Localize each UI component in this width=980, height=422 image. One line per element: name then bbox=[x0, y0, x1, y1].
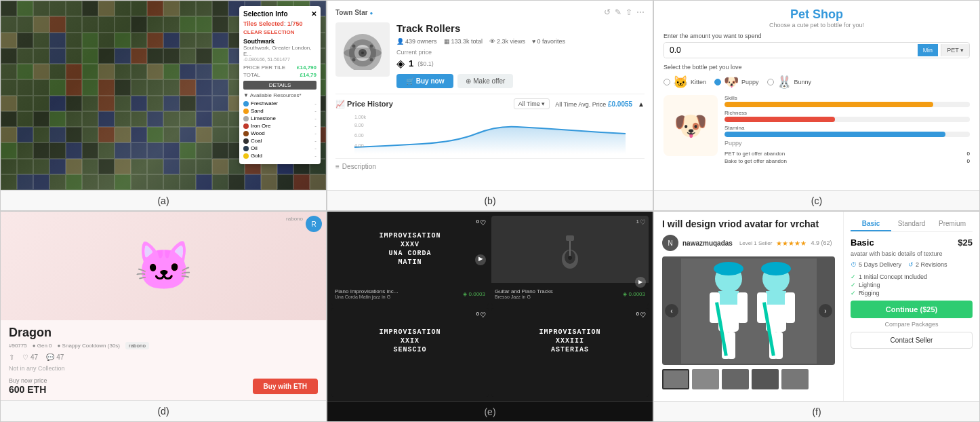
pet-option-puppy[interactable]: 🐶 Puppy bbox=[714, 75, 759, 90]
thumb-3[interactable] bbox=[722, 369, 749, 389]
richness-bar-fill bbox=[724, 117, 835, 122]
compare-packages-link[interactable]: Compare Packages bbox=[851, 321, 973, 328]
stamina-bar-track bbox=[724, 132, 970, 137]
tab-basic[interactable]: Basic bbox=[851, 217, 891, 231]
card1-price: ◈ 0.0003 bbox=[463, 291, 485, 297]
card3-image: ♡ 0 IMPROVISATIONXXIXSENSCIO bbox=[331, 308, 489, 375]
svg-rect-33 bbox=[775, 332, 783, 359]
play-button-2[interactable]: ▶ bbox=[635, 277, 646, 283]
more-icon[interactable]: ⋯ bbox=[636, 7, 645, 17]
nft-info: Dragon #90775 ● Gen 0 ● Snappy Cooldown … bbox=[1, 320, 326, 400]
product-image bbox=[335, 22, 390, 77]
clock-icon: ⏱ bbox=[851, 261, 857, 268]
pet-option-bunny[interactable]: 🐰 Bunny bbox=[767, 75, 812, 90]
eth-icon-2: ◈ bbox=[623, 291, 627, 297]
time-selector[interactable]: All Time ▾ bbox=[514, 98, 550, 109]
revisions-count: ↺ 2 Revisions bbox=[908, 261, 947, 268]
b-toolbar-icons: ↺ ✎ ⇧ ⋯ bbox=[604, 7, 645, 17]
stat-total: ▦133.3k total bbox=[444, 38, 483, 45]
svg-point-18 bbox=[568, 256, 572, 260]
coords: -0.080166, 51-501477 bbox=[243, 57, 317, 62]
refresh-icon[interactable]: ↺ bbox=[604, 7, 611, 17]
card2-bottom: Guitar and Piano Tracks Bresso Jazz in G… bbox=[491, 283, 649, 305]
music-card-4[interactable]: ♡ 0 IMPROVISATIONXXXIIIASTERIAS bbox=[491, 308, 649, 398]
card2-price: ◈ 0.0003 bbox=[623, 291, 645, 297]
check-icon-2: ✓ bbox=[851, 282, 856, 288]
seller-name[interactable]: nawazmuqadas bbox=[682, 239, 733, 247]
puppy-radio[interactable] bbox=[714, 79, 721, 85]
skills-bar-track bbox=[724, 102, 970, 107]
heart-icon-2: ♡ bbox=[640, 218, 646, 226]
tab-premium[interactable]: Premium bbox=[932, 217, 973, 231]
plan-header: Basic $25 bbox=[851, 237, 973, 248]
like-count: 47 bbox=[30, 353, 38, 361]
next-image-button[interactable]: › bbox=[819, 304, 832, 318]
kitten-radio[interactable] bbox=[663, 79, 670, 85]
nft-actions: ⇧ ♡ 47 💬 47 bbox=[9, 353, 318, 361]
plan-price: $25 bbox=[958, 237, 973, 248]
like-action[interactable]: ♡ 47 bbox=[22, 353, 38, 361]
min-button[interactable]: Min bbox=[918, 44, 939, 56]
bunny-radio[interactable] bbox=[767, 79, 774, 85]
cell-a-label: (a) bbox=[1, 190, 326, 210]
b-topbar: Town Star ● ↺ ✎ ⇧ ⋯ bbox=[335, 7, 645, 17]
card4-bottom bbox=[491, 375, 649, 397]
card3-text: IMPROVISATIONXXIXSENSCIO bbox=[372, 321, 447, 361]
close-icon[interactable]: ✕ bbox=[311, 10, 317, 18]
location-name: Southwark bbox=[243, 38, 317, 45]
current-price-label: Current price bbox=[396, 49, 645, 56]
buy-with-eth-button[interactable]: Buy with ETH bbox=[253, 379, 318, 394]
comment-action[interactable]: 💬 47 bbox=[46, 353, 64, 361]
pet-selector[interactable]: PET ▾ bbox=[941, 44, 969, 56]
buy-now-button[interactable]: 🛒 Buy now bbox=[396, 74, 453, 88]
avatar-preview-svg bbox=[681, 258, 817, 364]
price-chart: 1.00k 8.00 6.00 4.00 bbox=[335, 113, 645, 154]
cell-b-label: (b) bbox=[327, 190, 653, 210]
nft-id: #90775 bbox=[9, 343, 27, 349]
feature-2: ✓ Lighting bbox=[851, 282, 973, 288]
svg-point-7 bbox=[370, 45, 373, 48]
cell-b: Town Star ● ↺ ✎ ⇧ ⋯ bbox=[327, 0, 653, 211]
nft-cooldown: ● Snappy Cooldown (30s) bbox=[58, 343, 120, 349]
card2-subtitle: Bresso Jazz in G bbox=[495, 294, 553, 299]
store-name: Town Star ● bbox=[335, 9, 373, 16]
selection-panel: Selection Info ✕ Tiles Selected: 1/750 C… bbox=[239, 6, 321, 164]
nft-price-info: Buy now price 600 ETH bbox=[9, 377, 47, 395]
thumb-5[interactable] bbox=[781, 369, 809, 389]
share-icon[interactable]: ⇧ bbox=[626, 7, 632, 17]
cell-a: Selection Info ✕ Tiles Selected: 1/750 C… bbox=[0, 0, 327, 211]
card1-subtitle: Una Corda Matin jazz in G bbox=[335, 294, 398, 299]
cell-b-inner: Town Star ● ↺ ✎ ⇧ ⋯ bbox=[327, 1, 653, 190]
c-header: Pet Shop Choose a cute pet to bottle for… bbox=[663, 7, 970, 28]
thumb-2[interactable] bbox=[692, 369, 719, 389]
card2-title: Guitar and Piano Tracks bbox=[495, 288, 553, 294]
share-action[interactable]: ⇧ bbox=[9, 353, 14, 361]
resource-item: Coal- bbox=[243, 138, 317, 144]
comment-count: 47 bbox=[56, 353, 64, 361]
clear-selection-btn[interactable]: CLEAR SELECTION bbox=[243, 29, 317, 35]
skills-bar-fill bbox=[724, 102, 933, 107]
nft-title: Dragon bbox=[9, 326, 318, 340]
details-button[interactable]: DETAILS bbox=[243, 81, 317, 90]
thumb-4[interactable] bbox=[752, 369, 779, 389]
prev-image-button[interactable]: ‹ bbox=[665, 304, 678, 318]
music-card-2[interactable]: ♡ 1 ▶ Guitar and Piano Tracks bbox=[491, 216, 649, 305]
plan-features: ✓ 1 Initial Concept Included ✓ Lighting … bbox=[851, 273, 973, 296]
play-button-1[interactable]: ▶ bbox=[475, 254, 486, 265]
make-offer-button[interactable]: ⊕ Make offer bbox=[457, 74, 513, 88]
music-card-1[interactable]: ♡ 0 IMPROVISATIONXXXVUNA CORDAMATIN ▶ Pi… bbox=[331, 216, 489, 305]
collapse-icon[interactable]: ▲ bbox=[638, 100, 645, 108]
tab-standard[interactable]: Standard bbox=[891, 217, 932, 231]
music-grid: ♡ 0 IMPROVISATIONXXXVUNA CORDAMATIN ▶ Pi… bbox=[327, 212, 653, 401]
amount-input[interactable] bbox=[664, 43, 915, 58]
thumb-1[interactable] bbox=[662, 369, 689, 389]
contact-seller-button[interactable]: Contact Seller bbox=[851, 332, 973, 349]
pet-option-kitten[interactable]: 🐱 Kitten bbox=[663, 75, 706, 90]
edit-icon[interactable]: ✎ bbox=[615, 7, 621, 17]
map-background: Selection Info ✕ Tiles Selected: 1/750 C… bbox=[1, 1, 326, 190]
abandon-table: PET to get offer abandon 0 Bake to get o… bbox=[724, 151, 970, 164]
music-card-3[interactable]: ♡ 0 IMPROVISATIONXXIXSENSCIO bbox=[331, 308, 489, 398]
product-info: Track Rollers 👤439 owners ▦133.3k total … bbox=[396, 22, 645, 88]
continue-button[interactable]: Continue ($25) bbox=[851, 301, 973, 318]
f-inner: I will design vriod avatar for vrchat N … bbox=[654, 212, 979, 401]
